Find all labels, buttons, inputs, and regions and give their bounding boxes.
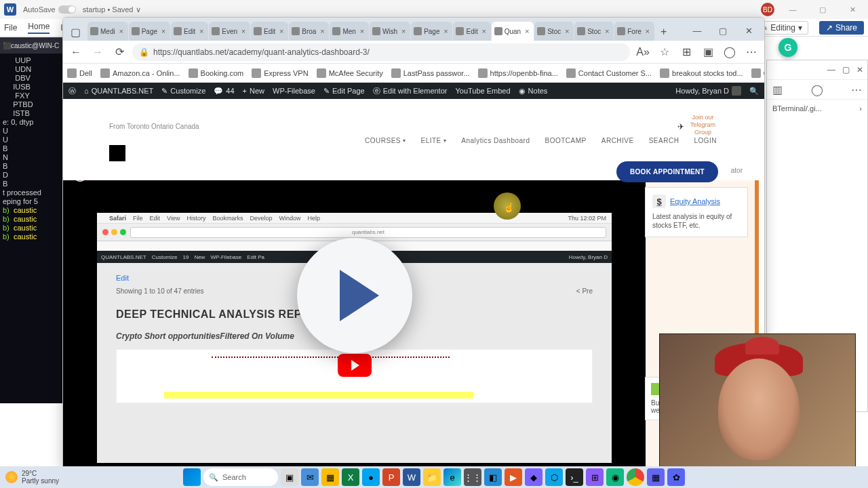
collections-icon[interactable]: ▣ <box>699 43 717 61</box>
nav-item[interactable]: LOGIN <box>694 137 717 144</box>
toggle-icon[interactable] <box>58 5 76 14</box>
bookmark-item[interactable]: McAfee Security <box>317 68 383 78</box>
tab-close-icon[interactable]: × <box>197 27 205 35</box>
app-icon[interactable]: ● <box>362 468 380 486</box>
wp-elementor[interactable]: ⓔ Edit with Elementor <box>373 86 448 96</box>
telegram-link[interactable]: Join our Telegram Group <box>690 114 715 136</box>
tab-close-icon[interactable]: × <box>480 27 488 35</box>
ribbon-home[interactable]: Home <box>28 22 50 34</box>
browser-tab[interactable]: Wish× <box>370 22 410 41</box>
close-icon[interactable]: ✕ <box>856 65 863 75</box>
app-icon[interactable]: ◉ <box>606 468 624 486</box>
doc-title[interactable]: startup • Saved ∨ <box>83 5 141 14</box>
book-appointment-button[interactable]: BOOK APPOINTMENT <box>616 161 718 182</box>
minimize-icon[interactable]: — <box>827 65 835 75</box>
maximize-icon[interactable]: ▢ <box>842 65 850 75</box>
tab-close-icon[interactable]: × <box>239 27 248 35</box>
wp-site-name[interactable]: ⌂ QUANTLABS.NET <box>84 87 153 95</box>
tab-close-icon[interactable]: × <box>159 27 167 35</box>
tab-close-icon[interactable]: × <box>277 27 285 35</box>
favorite-icon[interactable]: ☆ <box>656 43 673 61</box>
app-icon[interactable]: ✿ <box>667 468 685 486</box>
app-icon[interactable]: ▶ <box>505 468 522 486</box>
word-icon[interactable]: W <box>403 468 420 486</box>
bookmark-item[interactable]: Amazon.ca - Onlin... <box>100 68 180 78</box>
equity-title[interactable]: $ Equity Analysis <box>652 195 741 208</box>
minimize-icon[interactable]: — <box>781 5 804 14</box>
browser-tab[interactable]: Medi× <box>87 22 128 41</box>
wp-customize[interactable]: ✎ Customize <box>161 87 205 96</box>
bookmark-item[interactable]: Express VPN <box>252 68 308 78</box>
read-aloud-icon[interactable]: A» <box>634 43 652 61</box>
bookmark-item[interactable]: Contact Customer S... <box>566 68 652 78</box>
forward-button[interactable]: → <box>89 43 106 61</box>
browser-tab[interactable]: Page× <box>411 22 452 41</box>
browser-tab[interactable]: Edit× <box>453 22 490 41</box>
app-icon[interactable]: ▦ <box>321 468 339 486</box>
bookmark-item[interactable]: https://openbb-fina... <box>478 68 558 78</box>
close-icon[interactable]: ✕ <box>841 5 864 14</box>
vscode-breadcrumb[interactable]: BTerminal/.gi...› <box>767 100 867 117</box>
browser-tab[interactable]: Quan× <box>492 22 534 41</box>
bookmark-item[interactable]: Booking.com <box>189 68 244 78</box>
browser-tab[interactable]: Men× <box>330 22 368 41</box>
user-avatar[interactable]: BD <box>761 3 774 16</box>
close-icon[interactable]: ✕ <box>736 20 762 41</box>
account-icon[interactable]: ◯ <box>811 83 823 96</box>
wp-logo-icon[interactable]: ⓦ <box>68 86 76 96</box>
wp-howdy[interactable]: Howdy, Bryan D <box>675 86 741 96</box>
browser-tab[interactable]: Stoc× <box>534 22 574 41</box>
bookmark-item[interactable]: Dell <box>67 68 92 78</box>
browser-tab[interactable]: Even× <box>209 22 250 41</box>
wp-comments[interactable]: 💬 44 <box>214 87 234 96</box>
excel-icon[interactable]: X <box>342 468 359 486</box>
nav-item[interactable]: ELITE▾ <box>420 137 446 144</box>
tab-close-icon[interactable]: × <box>117 27 125 35</box>
bookmark-item[interactable]: OpenBBTerminal/.gi... <box>751 68 764 78</box>
wp-new[interactable]: + New <box>243 87 264 95</box>
taskbar-search[interactable]: 🔍 Search <box>203 468 278 486</box>
chrome-icon[interactable] <box>627 468 644 486</box>
equity-analysis-card[interactable]: $ Equity Analysis Latest analysis in equ… <box>645 187 748 237</box>
weather-widget[interactable]: 29°CPartly sunny <box>5 470 59 485</box>
browser-tab[interactable]: Edit× <box>171 22 208 41</box>
url-input[interactable]: 🔒 https://quantlabs.net/academy/quant-an… <box>132 43 630 61</box>
wp-notes[interactable]: ◉ Notes <box>519 87 548 96</box>
app-icon[interactable]: ◧ <box>484 468 502 486</box>
play-button[interactable] <box>297 238 412 353</box>
tab-close-icon[interactable]: × <box>441 27 450 35</box>
tab-close-icon[interactable]: × <box>563 27 571 35</box>
tab-close-icon[interactable]: × <box>318 27 326 35</box>
wp-filebase[interactable]: WP-Filebase <box>273 87 315 95</box>
share-button[interactable]: ↗ Share <box>819 21 864 35</box>
app-icon[interactable]: ▦ <box>647 468 665 486</box>
app-icon[interactable]: ✉ <box>301 468 319 486</box>
tab-close-icon[interactable]: × <box>644 27 652 35</box>
bookmark-item[interactable]: breakout stocks tod... <box>660 68 743 78</box>
wp-yt-embed[interactable]: YouTube Embed <box>455 87 510 95</box>
nav-item[interactable]: ARCHIVE <box>601 137 634 144</box>
grammarly-icon[interactable]: G <box>778 38 797 57</box>
autosave-toggle[interactable]: AutoSave <box>23 5 76 14</box>
app-icon[interactable]: ⋮⋮ <box>464 468 481 486</box>
browser-tab[interactable]: Fore× <box>614 22 654 41</box>
refresh-button[interactable]: ⟳ <box>111 43 128 61</box>
tab-close-icon[interactable]: × <box>523 27 531 35</box>
maximize-icon[interactable]: ▢ <box>710 20 736 41</box>
wp-edit-page[interactable]: ✎ Edit Page <box>323 87 365 96</box>
start-button[interactable] <box>183 468 201 486</box>
tab-actions-icon[interactable]: ▢ <box>66 23 85 41</box>
nav-item[interactable]: Analytics Dashboard <box>461 137 530 144</box>
site-logo[interactable] <box>109 145 125 161</box>
tab-close-icon[interactable]: × <box>603 27 611 35</box>
explorer-icon[interactable]: 📁 <box>423 468 441 486</box>
tab-close-icon[interactable]: × <box>399 27 408 35</box>
wp-search-icon[interactable]: 🔍 <box>749 87 759 96</box>
browser-tab[interactable]: Page× <box>129 22 170 41</box>
layout-icon[interactable]: ▥ <box>772 83 783 96</box>
browser-tab[interactable]: Stoc× <box>574 22 614 41</box>
new-tab-button[interactable]: + <box>655 23 673 41</box>
maximize-icon[interactable]: ▢ <box>811 5 834 14</box>
extensions-icon[interactable]: ⊞ <box>677 43 695 61</box>
ribbon-file[interactable]: File <box>4 23 17 33</box>
